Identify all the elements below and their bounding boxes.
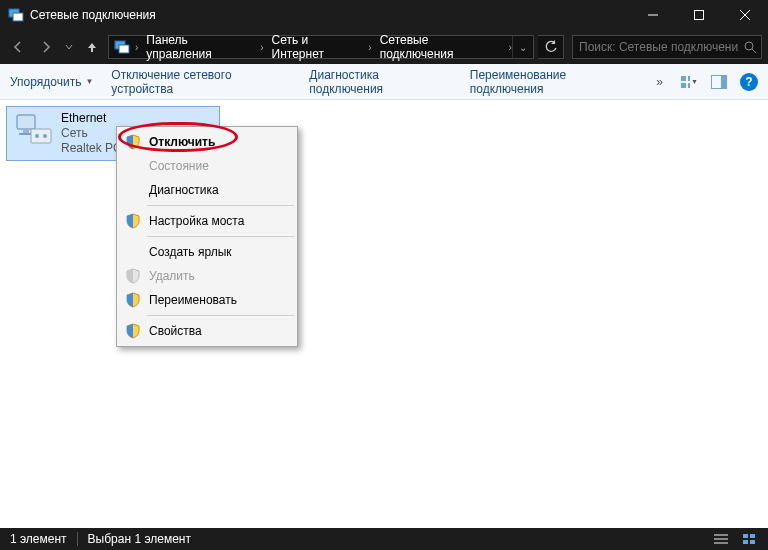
adapter-name: Ethernet: [61, 111, 132, 126]
disable-device-button[interactable]: Отключение сетевого устройства: [111, 68, 291, 96]
forward-button[interactable]: [34, 35, 58, 59]
svg-rect-11: [688, 76, 690, 81]
breadcrumb-network-connections[interactable]: Сетевые подключения: [372, 33, 509, 61]
svg-rect-27: [743, 540, 748, 544]
ctx-label: Отключить: [149, 135, 215, 149]
view-icons-button[interactable]: ▼: [680, 73, 698, 91]
svg-rect-15: [721, 76, 726, 88]
diagnose-connection-button[interactable]: Диагностика подключения: [309, 68, 451, 96]
svg-rect-10: [681, 76, 686, 81]
network-adapter-icon: [13, 111, 53, 151]
window-title: Сетевые подключения: [30, 8, 156, 22]
svg-rect-3: [695, 11, 704, 20]
back-button[interactable]: [6, 35, 30, 59]
separator: [147, 315, 294, 316]
search-box[interactable]: [572, 35, 762, 59]
ctx-rename[interactable]: Переименовать: [119, 288, 295, 312]
shield-icon: [125, 268, 141, 284]
titlebar: Сетевые подключения: [0, 0, 768, 30]
recent-dropdown[interactable]: [62, 35, 76, 59]
svg-rect-28: [750, 540, 755, 544]
address-bar: › Панель управления › Сеть и Интернет › …: [0, 30, 768, 64]
ctx-status: Состояние: [119, 154, 295, 178]
minimize-button[interactable]: [630, 0, 676, 30]
svg-rect-1: [13, 13, 23, 21]
history-dropdown[interactable]: ⌄: [512, 36, 533, 58]
svg-rect-25: [743, 534, 748, 538]
ctx-create-shortcut[interactable]: Создать ярлык: [119, 240, 295, 264]
svg-rect-23: [714, 538, 728, 540]
item-count: 1 элемент: [10, 532, 67, 546]
selection-count: Выбран 1 элемент: [88, 532, 191, 546]
separator: [147, 236, 294, 237]
svg-point-21: [43, 134, 47, 138]
ctx-label: Удалить: [149, 269, 195, 283]
ctx-label: Свойства: [149, 324, 202, 338]
overflow-button[interactable]: »: [656, 75, 662, 89]
organize-menu[interactable]: Упорядочить ▼: [10, 75, 93, 89]
breadcrumb[interactable]: › Панель управления › Сеть и Интернет › …: [108, 35, 534, 59]
svg-point-8: [745, 42, 753, 50]
search-icon[interactable]: [739, 41, 761, 54]
breadcrumb-control-panel[interactable]: Панель управления: [138, 33, 260, 61]
shield-icon: [125, 134, 141, 150]
separator: [147, 205, 294, 206]
svg-point-20: [35, 134, 39, 138]
ctx-diagnose[interactable]: Диагностика: [119, 178, 295, 202]
ctx-bridge[interactable]: Настройка моста: [119, 209, 295, 233]
help-button[interactable]: ?: [740, 73, 758, 91]
shield-icon: [125, 213, 141, 229]
ctx-label: Переименовать: [149, 293, 237, 307]
svg-rect-17: [23, 129, 29, 133]
organize-label: Упорядочить: [10, 75, 81, 89]
content-area[interactable]: Ethernet Сеть Realtek PCIe Отключить Сос…: [0, 100, 768, 528]
ctx-properties[interactable]: Свойства: [119, 319, 295, 343]
command-bar: Упорядочить ▼ Отключение сетевого устрой…: [0, 64, 768, 100]
svg-rect-13: [688, 83, 690, 88]
svg-rect-19: [31, 129, 51, 143]
large-icons-view-button[interactable]: [740, 532, 758, 546]
svg-line-9: [752, 49, 756, 53]
status-bar: 1 элемент Выбран 1 элемент: [0, 528, 768, 550]
ctx-label: Состояние: [149, 159, 209, 173]
divider: [77, 532, 78, 546]
breadcrumb-network-internet[interactable]: Сеть и Интернет: [264, 33, 369, 61]
close-button[interactable]: [722, 0, 768, 30]
search-input[interactable]: [573, 40, 739, 54]
ctx-label: Настройка моста: [149, 214, 244, 228]
preview-pane-button[interactable]: [710, 73, 728, 91]
ctx-delete: Удалить: [119, 264, 295, 288]
details-view-button[interactable]: [712, 532, 730, 546]
up-button[interactable]: [80, 35, 104, 59]
svg-rect-26: [750, 534, 755, 538]
svg-rect-12: [681, 83, 686, 88]
location-icon: [113, 38, 131, 56]
svg-rect-7: [119, 45, 129, 53]
ctx-disable[interactable]: Отключить: [119, 130, 295, 154]
window-root: { "title": "Сетевые подключения", "bread…: [0, 0, 768, 550]
ctx-label: Создать ярлык: [149, 245, 232, 259]
svg-rect-16: [17, 115, 35, 129]
svg-rect-24: [714, 542, 728, 544]
app-icon: [8, 7, 24, 23]
chevron-down-icon: ▼: [691, 78, 698, 85]
rename-connection-button[interactable]: Переименование подключения: [470, 68, 639, 96]
refresh-button[interactable]: [538, 35, 564, 59]
chevron-down-icon: ▼: [85, 77, 93, 86]
maximize-button[interactable]: [676, 0, 722, 30]
shield-icon: [125, 292, 141, 308]
shield-icon: [125, 323, 141, 339]
svg-rect-22: [714, 534, 728, 536]
ctx-label: Диагностика: [149, 183, 219, 197]
context-menu: Отключить Состояние Диагностика Настройк…: [116, 126, 298, 347]
